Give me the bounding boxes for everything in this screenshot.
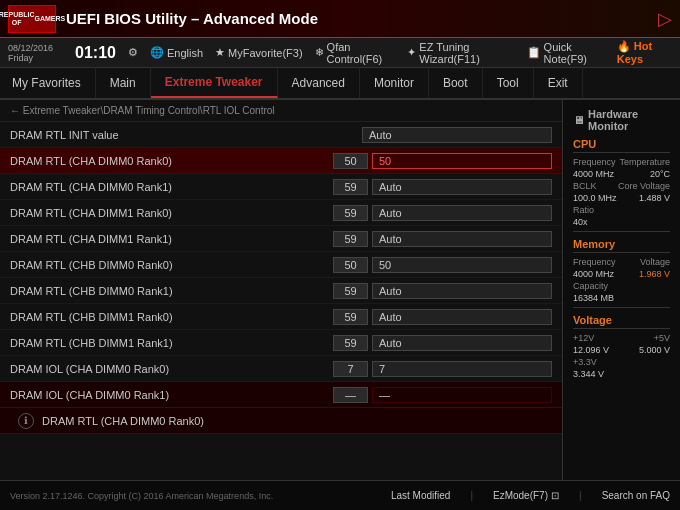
hot-keys-btn[interactable]: 🔥 Hot Keys bbox=[617, 40, 672, 65]
globe-icon: 🌐 bbox=[150, 46, 164, 59]
row-value[interactable]: 7 bbox=[372, 361, 552, 377]
table-row: DRAM RTL (CHB DIMM1 Rank0) 59 Auto bbox=[0, 304, 562, 330]
table-row: DRAM IOL (CHA DIMM0 Rank1) — — bbox=[0, 382, 562, 408]
row-value[interactable]: Auto bbox=[372, 231, 552, 247]
row-value[interactable]: 50 bbox=[372, 257, 552, 273]
volt-12-row: +12V +5V bbox=[573, 333, 670, 343]
row-value[interactable]: — bbox=[372, 387, 552, 403]
row-input[interactable]: 50 bbox=[372, 153, 552, 169]
cpu-ratio-value-row: 40x bbox=[573, 217, 670, 227]
header: REPUBLIC OF GAMERS UEFI BIOS Utility – A… bbox=[0, 0, 680, 38]
table-row: DRAM IOL (CHA DIMM0 Rank0) 7 7 bbox=[0, 356, 562, 382]
row-num-value: 50 bbox=[333, 153, 368, 169]
row-label: DRAM RTL (CHB DIMM0 Rank0) bbox=[10, 259, 333, 271]
table-row: DRAM RTL (CHB DIMM0 Rank0) 50 50 bbox=[0, 252, 562, 278]
row-value[interactable]: Auto bbox=[372, 179, 552, 195]
row-num-value: 59 bbox=[333, 335, 368, 351]
last-modified-btn[interactable]: Last Modified bbox=[391, 490, 450, 501]
mem-volt-value: 1.968 V bbox=[639, 269, 670, 279]
star-icon: ★ bbox=[215, 46, 225, 59]
my-favorites-btn[interactable]: ★ MyFavorite(F3) bbox=[215, 46, 303, 59]
row-label: DRAM RTL (CHA DIMM1 Rank0) bbox=[10, 207, 333, 219]
date: 08/12/2016 bbox=[8, 43, 53, 53]
cpu-section-title: CPU bbox=[573, 138, 670, 153]
mem-freq-value: 4000 MHz bbox=[573, 269, 614, 279]
mem-cap-value: 16384 MB bbox=[573, 293, 614, 303]
monitor-icon: 🖥 bbox=[573, 114, 584, 126]
row-num-value: 7 bbox=[333, 361, 368, 377]
cpu-bclk-label: BCLK bbox=[573, 181, 597, 191]
row-num-value: 59 bbox=[333, 283, 368, 299]
cpu-bclk-label-row: BCLK Core Voltage bbox=[573, 181, 670, 191]
qfan-btn[interactable]: ❄ Qfan Control(F6) bbox=[315, 41, 396, 65]
row-label: DRAM RTL (CHB DIMM0 Rank1) bbox=[10, 285, 333, 297]
nav-advanced[interactable]: Advanced bbox=[278, 68, 360, 98]
row-num-value: — bbox=[333, 387, 368, 403]
language-selector[interactable]: 🌐 English bbox=[150, 46, 203, 59]
nav-tool[interactable]: Tool bbox=[483, 68, 534, 98]
row-value[interactable]: Auto bbox=[372, 309, 552, 325]
row-label: DRAM RTL (CHA DIMM0 Rank0) bbox=[10, 155, 333, 167]
nav-my-favorites[interactable]: My Favorites bbox=[0, 68, 96, 98]
cpu-temp-label: Temperature bbox=[619, 157, 670, 167]
table-row: DRAM RTL (CHA DIMM1 Rank0) 59 Auto bbox=[0, 200, 562, 226]
v33-label: +3.3V bbox=[573, 357, 597, 367]
v12-value: 12.096 V bbox=[573, 345, 609, 355]
info-icon[interactable]: ℹ bbox=[18, 413, 34, 429]
table-row[interactable]: DRAM RTL (CHA DIMM0 Rank0) 50 50 bbox=[0, 148, 562, 174]
search-faq-btn[interactable]: Search on FAQ bbox=[602, 490, 670, 501]
voltage-section-title: Voltage bbox=[573, 314, 670, 329]
row-label: DRAM RTL (CHA DIMM0 Rank1) bbox=[10, 181, 333, 193]
cpu-bclk-value-row: 100.0 MHz 1.488 V bbox=[573, 193, 670, 203]
nav-monitor[interactable]: Monitor bbox=[360, 68, 429, 98]
cpu-ratio-label: Ratio bbox=[573, 205, 594, 215]
breadcrumb: ← Extreme Tweaker\DRAM Timing Control\RT… bbox=[0, 100, 562, 122]
cursor-icon: ▷ bbox=[658, 8, 672, 30]
main-content: ← Extreme Tweaker\DRAM Timing Control\RT… bbox=[0, 100, 680, 480]
nav-boot[interactable]: Boot bbox=[429, 68, 483, 98]
hw-monitor-panel: 🖥 Hardware Monitor CPU Frequency Tempera… bbox=[562, 100, 680, 480]
volt-12-value-row: 12.096 V 5.000 V bbox=[573, 345, 670, 355]
volt-33-label-row: +3.3V bbox=[573, 357, 670, 367]
ez-mode-btn[interactable]: EzMode(F7) ⊡ bbox=[493, 490, 559, 501]
cpu-freq-value: 4000 MHz bbox=[573, 169, 614, 179]
row-num-value: 59 bbox=[333, 309, 368, 325]
note-icon: 📋 bbox=[527, 46, 541, 59]
row-value[interactable]: Auto bbox=[372, 283, 552, 299]
row-num-value: 59 bbox=[333, 231, 368, 247]
quick-note-btn[interactable]: 📋 Quick Note(F9) bbox=[527, 41, 605, 65]
cpu-freq-value-row: 4000 MHz 20°C bbox=[573, 169, 670, 179]
cpu-cv-label: Core Voltage bbox=[618, 181, 670, 191]
cpu-ratio-value: 40x bbox=[573, 217, 588, 227]
mem-freq-label: Frequency bbox=[573, 257, 616, 267]
row-label: DRAM RTL (CHA DIMM1 Rank1) bbox=[10, 233, 333, 245]
table-row: DRAM RTL (CHA DIMM0 Rank1) 59 Auto bbox=[0, 174, 562, 200]
row-value[interactable]: Auto bbox=[362, 127, 552, 143]
settings-icon[interactable]: ⚙ bbox=[128, 46, 138, 59]
cpu-temp-value: 20°C bbox=[650, 169, 670, 179]
row-value[interactable]: Auto bbox=[372, 335, 552, 351]
rog-logo: REPUBLIC OF GAMERS bbox=[8, 5, 56, 33]
cpu-cv-value: 1.488 V bbox=[639, 193, 670, 203]
logo: REPUBLIC OF GAMERS bbox=[8, 5, 56, 33]
nav-bar: My Favorites Main Extreme Tweaker Advanc… bbox=[0, 68, 680, 100]
table-row: DRAM RTL (CHB DIMM0 Rank1) 59 Auto bbox=[0, 278, 562, 304]
topbar: 08/12/2016 Friday 01:10 ⚙ 🌐 English ★ My… bbox=[0, 38, 680, 68]
nav-main[interactable]: Main bbox=[96, 68, 151, 98]
nav-extreme-tweaker[interactable]: Extreme Tweaker bbox=[151, 68, 278, 98]
clock: 01:10 bbox=[75, 44, 116, 62]
bios-title: UEFI BIOS Utility – Advanced Mode bbox=[66, 10, 658, 27]
cpu-freq-label: Frequency bbox=[573, 157, 616, 167]
row-label: DRAM RTL (CHA DIMM0 Rank0) bbox=[42, 415, 552, 427]
ez-tuning-btn[interactable]: ✦ EZ Tuning Wizard(F11) bbox=[407, 41, 514, 65]
row-num-value: 59 bbox=[333, 205, 368, 221]
nav-exit[interactable]: Exit bbox=[534, 68, 583, 98]
volt-33-value-row: 3.344 V bbox=[573, 369, 670, 379]
left-panel: ← Extreme Tweaker\DRAM Timing Control\RT… bbox=[0, 100, 562, 480]
row-value[interactable]: Auto bbox=[372, 205, 552, 221]
mem-freq-label-row: Frequency Voltage bbox=[573, 257, 670, 267]
row-num-value: 59 bbox=[333, 179, 368, 195]
v5-label: +5V bbox=[654, 333, 670, 343]
day: Friday bbox=[8, 53, 33, 63]
fan-icon: ❄ bbox=[315, 46, 324, 59]
